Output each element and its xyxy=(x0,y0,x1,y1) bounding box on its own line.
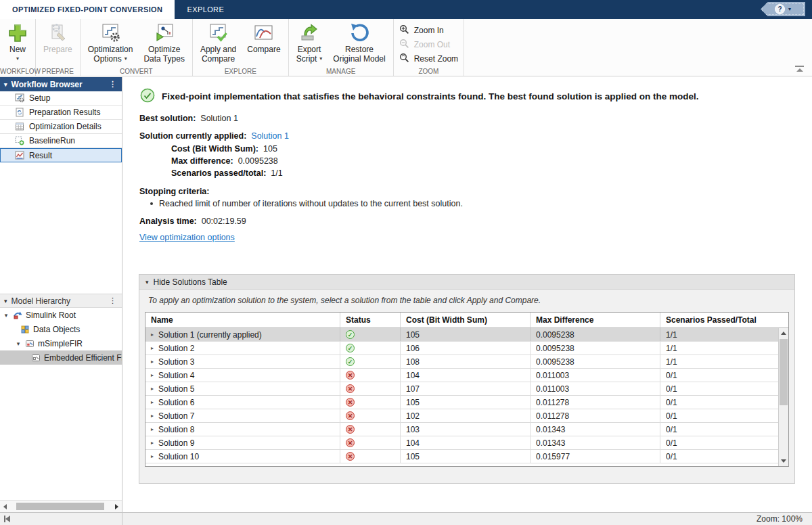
scrollbar-thumb[interactable] xyxy=(780,339,788,405)
cell-max-difference: 0.011003 xyxy=(531,382,660,395)
cell-status: ✕ xyxy=(340,423,401,436)
table-row[interactable]: ▸ Solution 10 ✕ 105 0.015977 0/1 xyxy=(145,450,778,463)
new-button[interactable]: New ▾ xyxy=(5,21,30,66)
minimize-ribbon-button[interactable] xyxy=(795,66,804,72)
compare-icon xyxy=(253,22,274,44)
column-header-status[interactable]: Status xyxy=(340,313,401,327)
chevron-down-icon: ▾ xyxy=(16,54,19,64)
table-row[interactable]: ▸ Solution 3 ✓ 108 0.0095238 1/1 xyxy=(145,355,778,369)
section-label-explore: EXPLORE xyxy=(193,68,288,75)
tree-collapse-icon[interactable]: ▾ xyxy=(15,340,22,347)
reset-zoom-icon xyxy=(399,53,409,65)
view-optimization-options-link[interactable]: View optimization options xyxy=(139,233,235,242)
zoom-out-button[interactable]: Zoom Out xyxy=(399,39,458,51)
column-header-cost[interactable]: Cost (Bit Width Sum) xyxy=(401,313,531,327)
table-row[interactable]: ▸ Solution 7 ✕ 102 0.011278 0/1 xyxy=(145,409,778,423)
sidebar-item-result[interactable]: Result xyxy=(0,148,122,162)
scroll-left-arrow-icon[interactable] xyxy=(3,504,7,509)
restore-original-model-button[interactable]: Restore Original Model xyxy=(331,21,387,66)
cell-name: ▸ Solution 9 xyxy=(145,436,340,449)
menu-dots-icon[interactable]: ⋮ xyxy=(109,296,118,305)
button-label-line2: Options xyxy=(93,54,121,64)
expand-icon[interactable]: ▸ xyxy=(151,413,154,419)
compare-button[interactable]: Compare xyxy=(245,21,282,66)
column-header-name[interactable]: Name xyxy=(145,313,340,327)
sidebar-item-setup[interactable]: Setup xyxy=(0,91,122,106)
cell-scenarios: 0/1 xyxy=(660,382,778,395)
optimization-options-button[interactable]: Optimization Options▾ xyxy=(86,21,135,66)
expand-icon[interactable]: ▸ xyxy=(151,359,154,365)
expand-icon[interactable]: ▸ xyxy=(151,426,154,432)
menu-dots-icon[interactable]: ⋮ xyxy=(109,80,118,89)
column-header-scenarios[interactable]: Scenarios Passed/Total xyxy=(660,313,788,327)
cell-scenarios: 1/1 xyxy=(660,342,778,355)
apply-and-compare-button[interactable]: Apply and Compare xyxy=(198,21,238,66)
collapse-sidebar-icon[interactable] xyxy=(4,516,10,522)
collapse-icon[interactable]: ▾ xyxy=(4,298,7,304)
tree-item-msimplefir[interactable]: ▾ mSimpleFIR xyxy=(0,336,122,350)
scroll-down-arrow-icon[interactable] xyxy=(781,459,786,463)
expand-icon[interactable]: ▸ xyxy=(151,453,154,459)
cell-status: ✓ xyxy=(340,328,401,341)
cell-cost: 104 xyxy=(401,369,531,382)
reset-zoom-button[interactable]: Reset Zoom xyxy=(399,53,458,65)
scrollbar-thumb[interactable] xyxy=(16,503,104,510)
table-row[interactable]: ▸ Solution 5 ✕ 107 0.011003 0/1 xyxy=(145,382,778,396)
scroll-up-arrow-icon[interactable] xyxy=(781,332,786,335)
table-vertical-scrollbar[interactable] xyxy=(778,328,788,466)
expand-icon[interactable]: ▸ xyxy=(151,332,154,338)
tree-item-embedded-efficient-filter[interactable]: Embedded Efficient Fil xyxy=(0,350,122,365)
solution-name: Solution 6 xyxy=(158,398,194,407)
success-message: Fixed-point implementation that satisfie… xyxy=(140,88,699,105)
column-header-max-difference[interactable]: Max Difference xyxy=(531,313,660,327)
optimize-data-types-button[interactable]: Optimize Data Types xyxy=(141,21,186,66)
cell-cost: 104 xyxy=(401,436,531,449)
collapse-icon: ▾ xyxy=(145,279,149,286)
expand-icon[interactable]: ▸ xyxy=(151,345,154,351)
applied-solution-link[interactable]: Solution 1 xyxy=(251,131,289,141)
tab-label: OPTIMIZED FIXED-POINT CONVERSION xyxy=(12,5,162,14)
collapse-icon[interactable]: ▾ xyxy=(4,81,7,88)
scroll-right-arrow-icon[interactable] xyxy=(115,504,118,509)
tree-item-data-objects[interactable]: Data Objects xyxy=(0,322,122,336)
tab-explore[interactable]: EXPLORE xyxy=(175,0,236,19)
table-row[interactable]: ▸ Solution 4 ✕ 104 0.011003 0/1 xyxy=(145,369,778,382)
tree-collapse-icon[interactable]: ▾ xyxy=(3,312,9,319)
sidebar-item-optimization-details[interactable]: Optimization Details xyxy=(0,120,122,134)
sidebar-item-baselinerun[interactable]: BaselineRun xyxy=(0,134,122,148)
cell-name: ▸ Solution 7 xyxy=(145,409,340,422)
sidebar-item-label: BaselineRun xyxy=(29,136,75,145)
table-row[interactable]: ▸ Solution 1 (currently applied) ✓ 105 0… xyxy=(145,328,778,342)
cell-cost: 108 xyxy=(401,355,531,368)
zoom-in-button[interactable]: Zoom In xyxy=(399,24,458,37)
model-hierarchy-header[interactable]: ▾ Model Hierarchy ⋮ xyxy=(0,294,122,308)
best-solution-label: Best solution: xyxy=(139,114,196,123)
tree-item-simulink-root[interactable]: ▾ Simulink Root xyxy=(0,308,122,322)
status-icon: ✕ xyxy=(346,398,355,407)
table-row[interactable]: ▸ Solution 9 ✕ 104 0.01343 0/1 xyxy=(145,436,778,450)
workflow-browser-header[interactable]: ▾ Workflow Browser ⋮ xyxy=(0,77,122,91)
export-script-button[interactable]: Export Script▾ xyxy=(294,21,325,66)
prepare-button[interactable]: Prepare xyxy=(41,21,74,66)
cell-max-difference: 0.0095238 xyxy=(531,342,660,355)
help-button[interactable]: ? ▾ xyxy=(761,2,805,16)
help-icon: ? xyxy=(775,4,785,14)
cell-status: ✕ xyxy=(340,382,401,395)
cell-status: ✕ xyxy=(340,409,401,422)
hide-solutions-table-toggle[interactable]: ▾ Hide Solutions Table xyxy=(139,275,794,290)
table-row[interactable]: ▸ Solution 8 ✕ 103 0.01343 0/1 xyxy=(145,423,778,436)
cost-label: Cost (Bit Width Sum): xyxy=(171,144,258,154)
expand-icon[interactable]: ▸ xyxy=(151,440,154,446)
expand-icon[interactable]: ▸ xyxy=(151,386,154,392)
cell-cost: 102 xyxy=(401,409,531,422)
expand-icon[interactable]: ▸ xyxy=(151,399,154,405)
cell-max-difference: 0.01343 xyxy=(531,423,660,436)
sidebar-item-preparation-results[interactable]: Preparation Results xyxy=(0,106,122,120)
table-row[interactable]: ▸ Solution 6 ✕ 105 0.011278 0/1 xyxy=(145,396,778,409)
expand-icon[interactable]: ▸ xyxy=(151,372,154,378)
cell-max-difference: 0.011278 xyxy=(531,396,660,409)
tab-optimized-fixed-point-conversion[interactable]: OPTIMIZED FIXED-POINT CONVERSION xyxy=(0,0,175,19)
table-row[interactable]: ▸ Solution 2 ✓ 106 0.0095238 1/1 xyxy=(145,342,778,355)
sidebar-horizontal-scrollbar[interactable] xyxy=(0,500,122,512)
cell-max-difference: 0.011003 xyxy=(531,369,660,382)
